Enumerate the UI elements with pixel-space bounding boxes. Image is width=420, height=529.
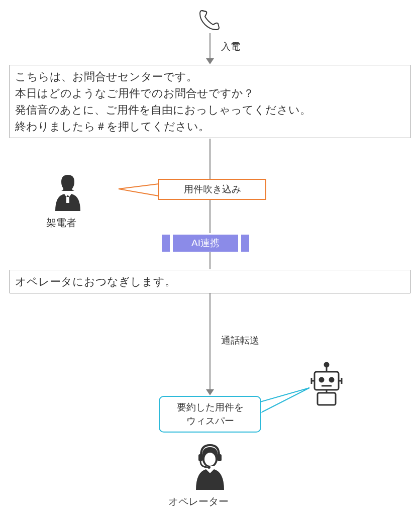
operator-label: オペレーター [168,495,229,508]
caller-label: 架電者 [46,216,76,230]
callout-whisper-line-1: 要約した用件を [162,401,258,414]
callout-whisper-line-2: ウィスパー [162,414,258,428]
svg-point-8 [320,378,324,382]
callout-whisper: 要約した用件を ウィスパー [159,396,261,433]
svg-point-9 [330,378,334,382]
greeting-box: こちらは、お問合せセンターです。 本日はどのようなご用件でのお問合せですか？ 発… [10,65,410,138]
svg-marker-3 [260,388,309,413]
svg-point-20 [207,466,211,469]
svg-rect-18 [198,454,202,461]
robot-icon [306,362,347,407]
incoming-label: 入電 [221,40,240,53]
greeting-line-4: 終わりましたら＃を押してください。 [15,118,405,135]
callout-request-text: 用件吹き込み [184,183,241,196]
svg-point-17 [204,453,216,466]
callout-orange-tail [117,179,160,204]
arrow-4-line [209,293,211,389]
arrow-1-line [209,33,211,58]
transfer-box: オペレータにおつなぎします。 [10,270,410,293]
caller-icon [50,171,85,211]
greeting-line-2: 本日はどのようなご用件でのお問合せですか？ [15,85,405,101]
ai-side-left [162,235,170,252]
ai-main-label: AI連携 [173,235,238,252]
svg-marker-1 [119,184,159,196]
greeting-line-1: こちらは、お問合せセンターです。 [15,68,405,85]
svg-point-5 [325,363,329,367]
arrow-4-head [206,389,214,395]
callout-request: 用件吹き込み [158,179,266,200]
svg-rect-0 [66,197,69,203]
transfer-label: 通話転送 [221,334,259,347]
arrow-3-line [209,252,211,269]
phone-icon [196,8,221,33]
greeting-line-3: 発信音のあとに、ご用件を自由におっしゃってください。 [15,101,405,118]
operator-icon [190,442,230,490]
ai-side-right [241,235,249,252]
svg-rect-19 [218,454,222,461]
arrow-1-head [206,58,214,64]
ai-link-box: AI連携 [162,235,249,252]
svg-rect-15 [318,393,336,405]
transfer-box-text: オペレータにおつなぎします。 [15,275,176,288]
svg-rect-7 [314,372,339,390]
